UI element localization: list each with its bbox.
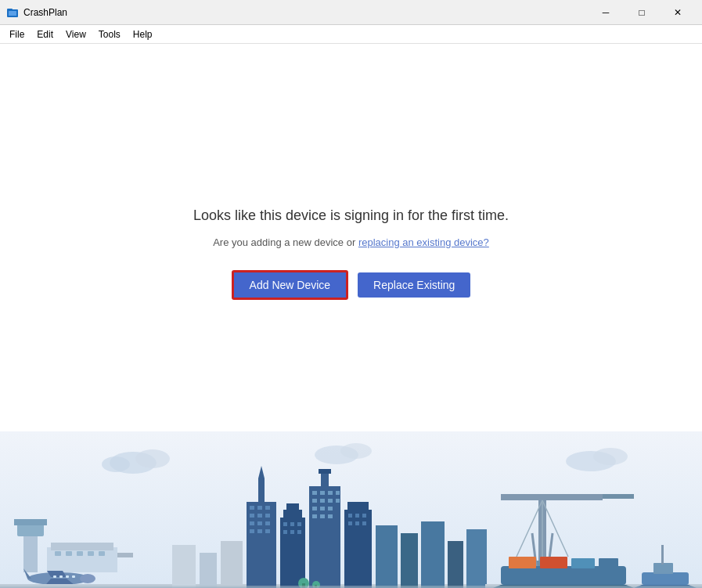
svg-rect-81 [362,514,366,518]
subtext-before: Are you adding a new device or [213,236,358,248]
svg-rect-82 [348,521,352,525]
minimize-button[interactable]: ─ [588,0,624,25]
svg-rect-57 [283,530,287,534]
menu-tools[interactable]: Tools [92,27,127,41]
svg-rect-13 [14,519,47,525]
svg-rect-73 [328,507,333,510]
svg-rect-39 [250,506,254,510]
svg-rect-28 [59,575,63,578]
svg-rect-108 [571,558,595,568]
svg-point-10 [593,448,628,465]
svg-rect-62 [319,469,331,474]
svg-rect-71 [312,507,317,510]
menu-bar: File Edit View Tools Help [0,25,702,44]
svg-rect-83 [355,521,359,525]
svg-rect-78 [347,502,369,513]
svg-rect-35 [221,541,243,588]
close-button[interactable]: ✕ [660,0,696,25]
menu-help[interactable]: Help [127,27,159,41]
svg-rect-53 [286,503,299,513]
svg-rect-106 [509,557,536,568]
menu-edit[interactable]: Edit [31,27,59,41]
menu-view[interactable]: View [59,27,92,41]
svg-rect-64 [320,491,325,495]
svg-rect-84 [362,521,366,525]
svg-rect-97 [603,494,634,499]
title-bar: CrashPlan ─ □ ✕ [0,0,702,25]
window-controls[interactable]: ─ □ ✕ [588,0,696,25]
svg-rect-15 [51,543,113,550]
svg-rect-59 [297,530,301,534]
svg-rect-56 [297,522,301,526]
svg-rect-80 [355,514,359,518]
svg-rect-46 [257,521,262,525]
svg-rect-48 [250,529,254,533]
svg-rect-66 [336,491,340,495]
svg-rect-86 [401,533,418,588]
svg-rect-110 [642,572,689,585]
svg-rect-70 [336,499,340,503]
svg-rect-20 [99,551,105,556]
replace-existing-button[interactable]: Replace Existing [358,272,470,298]
svg-rect-47 [265,521,270,525]
svg-rect-30 [72,575,75,578]
svg-rect-112 [653,563,673,574]
svg-point-23 [80,574,95,583]
svg-rect-96 [501,494,603,500]
main-content: Looks like this device is signing in for… [0,44,702,431]
svg-rect-72 [320,507,325,510]
skyline-illustration [0,431,702,588]
svg-rect-1 [7,9,13,11]
headline-text: Looks like this device is signing in for… [193,207,509,224]
svg-rect-63 [312,491,317,495]
subtext: Are you adding a new device or replacing… [213,236,489,248]
buttons-row: Add New Device Replace Existing [232,270,471,300]
svg-rect-45 [250,521,254,525]
maximize-button[interactable]: □ [624,0,660,25]
svg-rect-40 [257,506,262,510]
svg-rect-12 [17,524,44,536]
svg-rect-89 [466,529,487,588]
svg-rect-69 [328,499,333,503]
svg-rect-68 [320,499,325,503]
add-new-device-button[interactable]: Add New Device [232,270,349,300]
svg-rect-11 [23,533,38,572]
svg-rect-50 [265,529,270,533]
app-title: CrashPlan [23,7,67,18]
svg-rect-58 [290,530,294,534]
svg-rect-113 [661,545,664,565]
svg-rect-18 [77,551,83,556]
svg-rect-43 [257,514,262,518]
title-bar-left: CrashPlan [6,6,67,19]
svg-rect-29 [66,575,69,578]
svg-rect-79 [348,514,352,518]
svg-rect-65 [328,491,333,495]
svg-rect-88 [448,541,463,588]
svg-rect-49 [257,529,262,533]
svg-rect-104 [501,566,626,585]
svg-point-8 [340,443,372,459]
svg-rect-17 [66,551,72,556]
svg-rect-34 [200,553,217,588]
svg-rect-21 [117,553,133,557]
svg-rect-74 [312,514,317,518]
app-icon [6,6,19,19]
svg-rect-27 [53,575,56,578]
svg-rect-41 [265,506,270,510]
svg-rect-54 [283,522,287,526]
svg-point-5 [135,449,170,468]
svg-rect-37 [258,478,265,503]
svg-rect-16 [55,551,61,556]
svg-rect-85 [376,525,398,588]
replace-existing-link[interactable]: replacing an existing device? [358,236,489,248]
svg-rect-19 [88,551,94,556]
menu-file[interactable]: File [3,27,31,41]
svg-rect-109 [599,558,618,568]
svg-rect-75 [320,514,325,518]
svg-rect-33 [172,545,196,588]
svg-rect-87 [421,521,445,588]
svg-rect-51 [280,518,305,588]
skyline-svg [0,431,702,588]
svg-rect-44 [265,514,270,518]
svg-rect-2 [9,11,16,16]
